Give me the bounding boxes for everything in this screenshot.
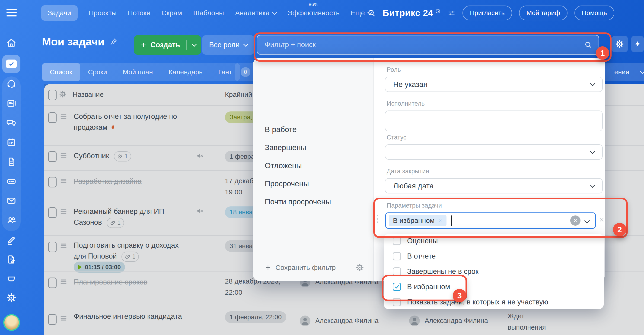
nav-item-flows[interactable]: Потоки [128, 9, 150, 17]
calendar-icon[interactable] [6, 137, 16, 147]
checkbox[interactable] [393, 237, 401, 245]
drag-handle-icon[interactable] [59, 314, 68, 323]
creator-avatar[interactable] [409, 316, 420, 326]
documents-icon[interactable] [6, 157, 16, 167]
settings-gear-icon[interactable] [6, 293, 16, 303]
preset-overdue[interactable]: Просрочены [265, 179, 309, 188]
drag-handle-icon[interactable] [59, 177, 68, 185]
nav-item-templates[interactable]: Шаблоны [193, 9, 224, 17]
home-icon[interactable] [6, 38, 16, 48]
checkbox[interactable] [393, 252, 401, 260]
option-favorites[interactable]: В избранном [393, 283, 450, 291]
task-params-multiselect[interactable]: В избранном [385, 212, 596, 229]
checkbox[interactable] [393, 298, 401, 306]
grid-settings-gear-button[interactable] [611, 36, 628, 52]
task-title[interactable]: Подготовить справку о доходах для Попово… [74, 240, 183, 262]
task-title[interactable]: Финальное интервью кандидата [74, 311, 193, 322]
filter-search-input[interactable]: Фильтр + поиск [257, 35, 599, 55]
task-title[interactable]: Субботник 1 [74, 150, 193, 161]
assignee-name[interactable]: Александра Филина [315, 317, 378, 325]
nav-item-projects[interactable]: Проекты [89, 9, 116, 17]
option-not-participating[interactable]: Показать задачи, в которых я не участвую [393, 298, 548, 306]
row-checkbox[interactable] [48, 207, 56, 218]
nav-item-tasks[interactable]: Задачи [41, 5, 78, 21]
menu-icon[interactable] [6, 9, 17, 16]
preset-almost-overdue[interactable]: Почти просрочены [265, 197, 331, 206]
remove-field-icon[interactable] [598, 217, 604, 223]
drag-handle-icon[interactable] [59, 242, 68, 250]
nav-item-scrum[interactable]: Скрам [162, 9, 182, 17]
network-icon[interactable] [6, 79, 16, 89]
drag-handle-icon[interactable] [59, 151, 68, 160]
checkbox[interactable] [393, 267, 401, 276]
row-checkbox[interactable] [48, 177, 56, 187]
drag-handle-icon[interactable] [59, 278, 68, 286]
attachments-badge[interactable]: 1 [114, 151, 131, 161]
sign-icon[interactable] [6, 235, 16, 245]
automation-bolt-button[interactable] [631, 36, 644, 52]
user-avatar[interactable] [3, 314, 20, 331]
select-all-checkbox[interactable] [48, 90, 56, 100]
clear-field-button[interactable] [570, 215, 580, 226]
roles-dropdown[interactable]: Все роли [202, 35, 254, 55]
option-rated[interactable]: Оценены [393, 237, 438, 245]
task-title[interactable]: Разработка дизайна [74, 176, 193, 187]
role-select[interactable]: Не указан [385, 77, 603, 92]
selected-tag[interactable]: В избранном [389, 215, 446, 226]
nav-item-efficiency[interactable]: 86%Эффективность [288, 9, 340, 17]
drag-handle-icon[interactable] [59, 207, 68, 216]
close-date-select[interactable]: Любая дата [385, 178, 603, 193]
row-checkbox[interactable] [48, 314, 56, 325]
invite-button[interactable]: Пригласить [462, 5, 512, 20]
drive-icon[interactable] [6, 176, 16, 186]
attachments-badge[interactable]: 1 [107, 218, 124, 228]
market-icon[interactable] [6, 273, 16, 284]
attachments-badge[interactable]: 1 [122, 252, 139, 262]
columns-gear-icon[interactable] [59, 90, 67, 98]
remove-tag-icon[interactable] [438, 219, 442, 223]
filter-settings-gear-icon[interactable] [356, 263, 364, 272]
search-icon[interactable] [367, 9, 376, 17]
help-button[interactable]: Помощь [574, 5, 614, 20]
task-title[interactable]: Рекламный баннер для ИП Сазонов 1 [74, 206, 193, 228]
save-filter-button[interactable]: Сохранить фильтр [265, 264, 336, 272]
drag-handle-icon[interactable] [59, 112, 68, 121]
mail-icon[interactable] [6, 196, 16, 206]
row-checkbox[interactable] [48, 112, 56, 123]
assignee-avatar[interactable] [300, 316, 310, 326]
chevron-down-icon[interactable] [584, 218, 590, 223]
pin-icon[interactable] [110, 38, 118, 46]
option-finished-late[interactable]: Завершены не в срок [393, 267, 478, 276]
tab-deadlines[interactable]: Сроки [80, 63, 115, 81]
preset-completed[interactable]: Завершены [265, 143, 306, 152]
field-drag-handle[interactable] [374, 215, 378, 223]
row-checkbox[interactable] [48, 242, 56, 252]
preset-deferred[interactable]: Отложены [265, 161, 302, 170]
people-icon[interactable] [6, 215, 16, 225]
chat-icon[interactable] [6, 118, 16, 128]
create-task-button[interactable]: Создать [134, 35, 201, 55]
news-feed-icon[interactable] [6, 98, 16, 108]
assignee-input[interactable] [385, 110, 603, 131]
preset-in-progress[interactable]: В работе [265, 125, 297, 134]
task-title[interactable]: Планирование сроков [74, 277, 193, 288]
edit-docs-icon[interactable] [6, 254, 16, 265]
tasks-active-icon[interactable] [2, 55, 20, 73]
sliders-icon[interactable] [448, 9, 456, 17]
row-checkbox[interactable] [48, 278, 56, 288]
option-in-report[interactable]: В отчете [393, 252, 436, 260]
creator-name[interactable]: Александра Филина [425, 317, 488, 325]
tab-calendar[interactable]: Календарь [161, 63, 210, 81]
my-plan-button[interactable]: Мой тариф [519, 5, 568, 20]
tab-list[interactable]: Список [42, 63, 80, 81]
play-icon [78, 265, 82, 270]
tab-my-plan[interactable]: Мой план [115, 63, 161, 81]
status-select[interactable] [385, 144, 603, 160]
checkbox-checked[interactable] [393, 283, 401, 291]
partial-right-pill[interactable]: ения [598, 63, 644, 81]
task-title[interactable]: Собрать отчет за полугодие по продажам [74, 111, 193, 133]
create-dropdown-arrow[interactable] [187, 44, 201, 46]
search-icon[interactable] [584, 41, 592, 49]
row-checkbox[interactable] [48, 151, 56, 162]
nav-item-analytics[interactable]: Аналитика [235, 9, 276, 17]
